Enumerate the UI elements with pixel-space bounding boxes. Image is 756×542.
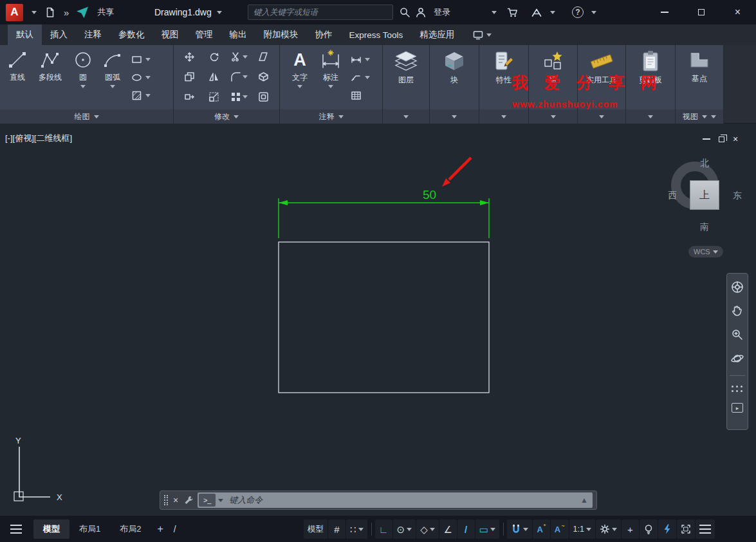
measure-tool[interactable]: 实用工具 — [586, 50, 617, 86]
layout2-tab[interactable]: 布局2 — [110, 519, 151, 539]
panel-block-label[interactable] — [430, 109, 479, 124]
properties-tool[interactable]: 特性 — [492, 50, 515, 86]
autodesk-icon[interactable] — [531, 7, 542, 17]
orbit-icon[interactable] — [730, 351, 744, 366]
panel-annotation-label[interactable]: 注释 — [280, 109, 382, 124]
rectangle-caret-icon[interactable] — [145, 58, 151, 61]
annotation-visibility-button[interactable]: A* — [533, 519, 550, 539]
group-tool[interactable]: 组 — [542, 50, 565, 86]
ribbon-display-toggle[interactable] — [473, 24, 492, 45]
fillet-tool[interactable] — [230, 71, 248, 82]
dimension-text[interactable]: 50 — [423, 188, 436, 201]
navigation-wheel-icon[interactable] — [730, 280, 744, 294]
isometric-drafting-button[interactable]: ◇ — [416, 519, 439, 539]
viewport-close-icon[interactable]: × — [733, 134, 738, 144]
object-snap-button[interactable] — [507, 519, 532, 539]
move-tool[interactable] — [184, 51, 195, 62]
search-input[interactable] — [248, 5, 393, 20]
panel-view-label[interactable]: 视图 — [676, 109, 723, 124]
annotation-autoscale-button[interactable]: A~ — [551, 519, 569, 539]
document-title-caret-icon[interactable] — [217, 11, 222, 14]
selection-cycling-button[interactable]: ▭ — [475, 519, 499, 539]
dock-grip-handle[interactable] — [164, 495, 168, 505]
user-icon[interactable] — [416, 7, 426, 17]
isolate-objects-button[interactable] — [640, 519, 658, 539]
workspace-caret-icon[interactable] — [612, 528, 617, 531]
offset-tool[interactable] — [258, 91, 269, 102]
maximize-button[interactable] — [683, 0, 719, 24]
grid-display-button[interactable]: # — [328, 519, 346, 539]
base-point-tool[interactable]: 基点 — [688, 50, 711, 84]
viewcube-north[interactable]: 北 — [698, 158, 711, 169]
rectangle-tool[interactable] — [129, 54, 157, 65]
array-tool[interactable] — [230, 91, 248, 102]
clean-screen-button[interactable] — [677, 519, 695, 539]
command-prompt-icon[interactable]: >_ — [199, 494, 216, 507]
mirror-tool[interactable] — [208, 71, 219, 82]
rotate-tool[interactable] — [208, 51, 219, 62]
panel-modify-label[interactable]: 修改 — [174, 109, 279, 124]
annotation-monitor-button[interactable]: + — [622, 519, 639, 539]
layer-properties-tool[interactable]: 图层 — [393, 50, 419, 86]
graphics-performance-button[interactable] — [658, 519, 676, 539]
viewport-minimize-icon[interactable] — [703, 138, 710, 140]
viewcube-top-face[interactable]: 上 — [690, 180, 719, 210]
text-tool[interactable]: A 文字 — [285, 45, 315, 109]
copy-tool[interactable] — [184, 71, 195, 82]
leader-caret-icon[interactable] — [365, 76, 370, 79]
layout1-tab[interactable]: 布局1 — [69, 519, 110, 539]
panel-draw-label[interactable]: 绘图 — [0, 109, 173, 124]
tab-output[interactable]: 输出 — [221, 24, 255, 45]
model-tab[interactable]: 模型 — [33, 519, 69, 539]
autodesk-caret-icon[interactable] — [550, 11, 555, 14]
annotation-scale-button[interactable]: 1:1 — [569, 519, 595, 539]
autocad-logo[interactable]: A — [6, 4, 23, 21]
help-caret-icon[interactable] — [591, 11, 596, 14]
tab-default[interactable]: 默认 — [8, 24, 42, 45]
help-icon[interactable]: ? — [572, 6, 584, 18]
panel-utilities-label[interactable] — [578, 109, 625, 124]
tab-parametric[interactable]: 参数化 — [110, 24, 153, 45]
linear-dimension-caret-icon[interactable] — [365, 58, 370, 61]
tab-express-tools[interactable]: Express Tools — [341, 24, 412, 45]
qat-overflow-icon[interactable]: » — [64, 7, 68, 18]
leader-tool[interactable] — [348, 72, 378, 83]
viewport-restore-icon[interactable] — [719, 136, 724, 142]
erase-tool[interactable] — [258, 51, 269, 62]
navbar-more-button[interactable]: ▸ — [732, 403, 743, 413]
viewcube-south[interactable]: 南 — [698, 221, 711, 233]
annotation-scale-caret-icon[interactable] — [586, 528, 591, 531]
command-input[interactable]: >_ 键入命令 ▲ — [198, 492, 593, 508]
tab-annotate[interactable]: 注释 — [76, 24, 110, 45]
polyline-tool[interactable]: 多段线 — [32, 45, 68, 109]
isometric-caret-icon[interactable] — [430, 528, 435, 531]
customize-button[interactable] — [696, 519, 715, 539]
line-tool[interactable]: 直线 — [3, 45, 32, 109]
panel-clipboard-label[interactable] — [626, 109, 675, 124]
fillet-caret-icon[interactable] — [243, 75, 248, 79]
minimize-button[interactable] — [646, 0, 683, 24]
drawn-rectangle[interactable] — [279, 242, 489, 393]
circle-tool-caret-icon[interactable] — [80, 85, 86, 88]
osnap-tracking-button[interactable]: ∠ — [439, 519, 457, 539]
selection-cycling-caret-icon[interactable] — [490, 528, 495, 531]
share-button[interactable]: 共享 — [97, 6, 114, 18]
arc-tool-caret-icon[interactable] — [110, 85, 115, 88]
tab-collaborate[interactable]: 协作 — [307, 24, 341, 45]
paste-tool[interactable]: 剪贴板 — [639, 50, 662, 86]
search-icon[interactable] — [400, 7, 410, 17]
ellipse-caret-icon[interactable] — [145, 76, 151, 79]
lineweight-button[interactable]: / — [457, 519, 475, 539]
command-history-caret-icon[interactable] — [218, 499, 223, 502]
trim-caret-icon[interactable] — [243, 55, 248, 59]
circle-tool[interactable]: 圆 — [68, 45, 98, 109]
snap-mode-button[interactable]: ∷ — [346, 519, 367, 539]
tab-view[interactable]: 视图 — [153, 24, 187, 45]
account-caret-icon[interactable] — [492, 11, 497, 14]
document-icon[interactable] — [45, 7, 55, 17]
viewport-controls[interactable]: [-][俯视][二维线框] — [5, 133, 72, 144]
trim-tool[interactable] — [230, 51, 248, 62]
object-snap-caret-icon[interactable] — [523, 528, 528, 531]
zoom-icon[interactable] — [730, 328, 744, 342]
app-menu-caret-icon[interactable] — [32, 11, 37, 14]
